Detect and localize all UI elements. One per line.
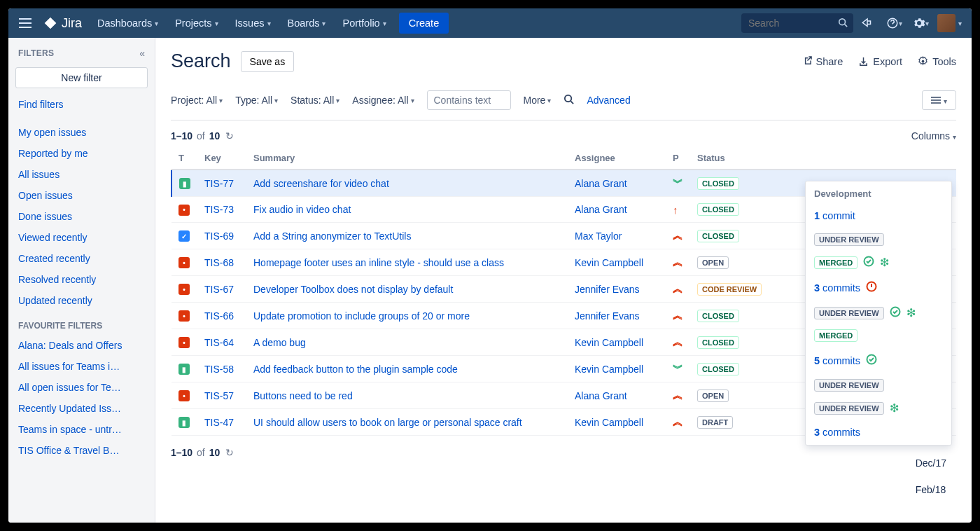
search-filter-icon[interactable] — [564, 94, 574, 106]
issue-summary[interactable]: Fix audio in video chat — [253, 204, 351, 215]
dev-pr-status[interactable]: MERGED — [806, 324, 951, 347]
jira-logo[interactable]: Jira — [36, 16, 89, 31]
issue-assignee[interactable]: Jennifer Evans — [575, 284, 640, 295]
dev-pr-status[interactable]: UNDER REVIEW — [806, 374, 951, 396]
sidebar-fav-item[interactable]: Teams in space - untr… — [8, 419, 155, 440]
issue-summary[interactable]: Add a String anonymizer to TextUtils — [253, 230, 411, 242]
issue-summary[interactable]: Add screenshare for video chat — [253, 178, 389, 189]
issue-key[interactable]: TIS-57 — [204, 390, 234, 401]
project-filter[interactable]: Project: All▾ — [171, 95, 223, 106]
user-avatar[interactable] — [937, 14, 955, 32]
issue-summary[interactable]: Homepage footer uses an inline style - s… — [253, 257, 504, 268]
issue-summary[interactable]: Buttons need to be red — [253, 390, 353, 401]
create-button[interactable]: Create — [399, 13, 449, 34]
columns-button[interactable]: Columns ▾ — [911, 130, 956, 142]
dev-pr-status[interactable]: UNDER REVIEW — [806, 228, 951, 251]
issue-key[interactable]: TIS-58 — [204, 364, 234, 375]
status-badge: CLOSED — [697, 203, 739, 216]
find-filters-link[interactable]: Find filters — [8, 94, 155, 115]
col-status[interactable]: Status — [690, 147, 774, 170]
issue-key[interactable]: TIS-66 — [204, 310, 234, 322]
dev-pr-status[interactable]: MERGED❇ — [806, 251, 951, 274]
tools-button[interactable]: Tools — [918, 56, 956, 67]
dev-commits[interactable]: 3 commits — [806, 420, 951, 445]
avatar-chevron-icon[interactable]: ▾ — [958, 20, 962, 27]
col-priority[interactable]: P — [666, 147, 690, 170]
share-button[interactable]: Share — [802, 56, 844, 67]
issue-summary[interactable]: UI should allow users to book on large o… — [253, 417, 522, 428]
collapse-sidebar-icon[interactable]: « — [139, 48, 145, 59]
issue-assignee[interactable]: Max Taylor — [575, 230, 622, 242]
priority-icon: ︽ — [673, 415, 683, 427]
issue-assignee[interactable]: Kevin Campbell — [575, 257, 643, 268]
issue-summary[interactable]: Add feedback button to the plugin sample… — [253, 364, 458, 375]
sidebar-fav-item[interactable]: All issues for Teams i… — [8, 356, 155, 377]
sidebar-item[interactable]: Done issues — [8, 206, 155, 227]
issue-key[interactable]: TIS-64 — [204, 337, 234, 348]
settings-icon[interactable]: ▾ — [908, 11, 933, 36]
status-badge: CLOSED — [697, 310, 739, 322]
search-icon[interactable] — [838, 18, 848, 29]
export-button[interactable]: Export — [858, 56, 902, 67]
sidebar-item[interactable]: Open issues — [8, 185, 155, 206]
issue-key[interactable]: TIS-77 — [204, 178, 234, 189]
new-filter-button[interactable]: New filter — [15, 67, 148, 88]
svg-point-2 — [922, 60, 925, 63]
contains-text-input[interactable]: Contains text — [427, 90, 511, 110]
issue-assignee[interactable]: Kevin Campbell — [575, 417, 643, 428]
type-filter[interactable]: Type: All▾ — [235, 95, 278, 106]
app-switcher-icon[interactable] — [14, 12, 36, 34]
issue-summary[interactable]: Developer Toolbox does not display by de… — [253, 284, 453, 295]
issue-assignee[interactable]: Alana Grant — [575, 390, 627, 401]
nav-boards[interactable]: Boards▾ — [279, 8, 335, 38]
issue-key[interactable]: TIS-67 — [204, 284, 234, 295]
sidebar-item[interactable]: Created recently — [8, 248, 155, 269]
view-toggle[interactable]: ▾ — [922, 90, 956, 110]
col-assignee[interactable]: Assignee — [568, 147, 666, 170]
col-type[interactable]: T — [172, 147, 197, 170]
nav-issues[interactable]: Issues▾ — [227, 8, 279, 38]
sidebar-item[interactable]: My open issues — [8, 122, 155, 143]
svg-point-0 — [839, 19, 846, 25]
status-filter[interactable]: Status: All▾ — [290, 95, 340, 106]
sidebar-item[interactable]: Updated recently — [8, 290, 155, 311]
issue-summary[interactable]: Update promotion to include groups of 20… — [253, 310, 470, 322]
advanced-link[interactable]: Advanced — [587, 95, 630, 106]
issue-assignee[interactable]: Alana Grant — [575, 204, 627, 215]
assignee-filter[interactable]: Assignee: All▾ — [352, 95, 414, 106]
refresh-icon[interactable]: ↻ — [225, 130, 234, 142]
issue-key[interactable]: TIS-69 — [204, 230, 234, 242]
issue-key[interactable]: TIS-68 — [204, 257, 234, 268]
issue-assignee[interactable]: Jennifer Evans — [575, 310, 640, 322]
refresh-icon-bottom[interactable]: ↻ — [225, 447, 234, 458]
feedback-icon[interactable] — [855, 11, 880, 36]
issue-summary[interactable]: A demo bug — [253, 337, 306, 348]
dev-commits[interactable]: 5 commits — [806, 347, 951, 374]
nav-dashboards[interactable]: Dashboards▾ — [89, 8, 167, 38]
col-summary[interactable]: Summary — [246, 147, 568, 170]
sidebar-item[interactable]: Resolved recently — [8, 269, 155, 290]
save-as-button[interactable]: Save as — [241, 51, 295, 72]
sidebar-item[interactable]: Viewed recently — [8, 227, 155, 248]
global-search-input[interactable] — [741, 13, 853, 33]
nav-projects[interactable]: Projects▾ — [167, 8, 226, 38]
help-icon[interactable]: ▾ — [881, 11, 906, 36]
sidebar-item[interactable]: Reported by me — [8, 143, 155, 164]
sidebar-item[interactable]: All issues — [8, 164, 155, 185]
issue-assignee[interactable]: Kevin Campbell — [575, 337, 643, 348]
nav-portfolio[interactable]: Portfolio▾ — [334, 8, 394, 38]
issue-assignee[interactable]: Alana Grant — [575, 178, 627, 189]
col-key[interactable]: Key — [197, 147, 246, 170]
issue-key[interactable]: TIS-73 — [204, 204, 234, 215]
more-filters[interactable]: More▾ — [524, 95, 552, 106]
sidebar-fav-item[interactable]: TIS Office & Travel B… — [8, 440, 155, 461]
sidebar-fav-item[interactable]: Alana: Deals and Offers — [8, 335, 155, 356]
dev-pr-status[interactable]: UNDER REVIEW❇ — [806, 301, 951, 324]
dev-pr-status[interactable]: UNDER REVIEW❇ — [806, 396, 951, 420]
sidebar-fav-item[interactable]: Recently Updated Iss… — [8, 398, 155, 419]
issue-key[interactable]: TIS-47 — [204, 417, 234, 428]
sidebar-fav-item[interactable]: All open issues for Te… — [8, 377, 155, 398]
issue-assignee[interactable]: Kevin Campbell — [575, 364, 643, 375]
dev-commits[interactable]: 1 commit — [806, 203, 951, 228]
dev-commits[interactable]: 3 commits — [806, 274, 951, 301]
